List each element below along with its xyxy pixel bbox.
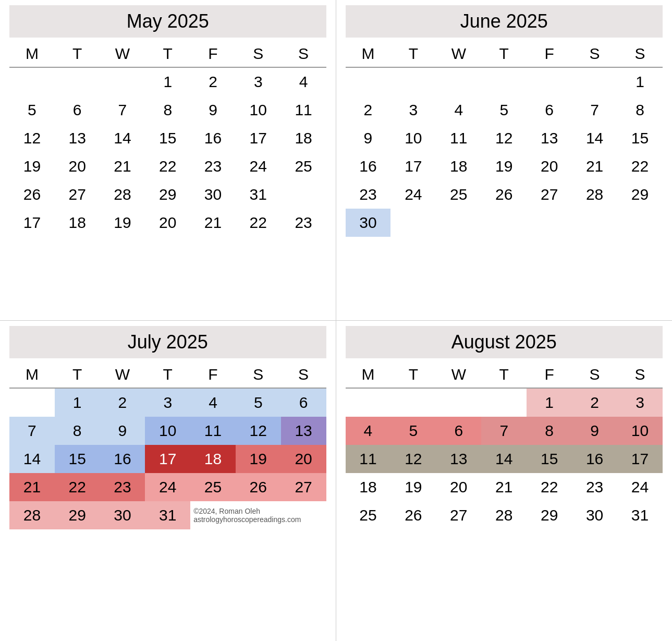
- table-row: 7 8 9 10 11 12 13: [9, 417, 326, 445]
- may-day: 28: [100, 180, 145, 209]
- may-col-t1: T: [55, 41, 100, 67]
- july-col-f: F: [190, 361, 236, 388]
- table-row: 28 29 30 31 ©2024, Roman Olehastrologyho…: [9, 501, 326, 529]
- may-table: M T W T F S S 1 2 3 4 5 6 7: [9, 41, 326, 237]
- aug-day: 15: [527, 445, 572, 473]
- july-day: 13: [281, 417, 326, 445]
- june-header-row: M T W T F S S: [346, 41, 663, 67]
- may-day: 31: [236, 180, 281, 209]
- june-day: 17: [390, 152, 436, 180]
- june-day: 25: [436, 180, 481, 209]
- may-day: [9, 67, 55, 96]
- may-day: 7: [100, 96, 145, 124]
- july-day: 24: [145, 473, 190, 501]
- july-day: 31: [145, 501, 190, 529]
- table-row: 26 27 28 29 30 31: [9, 180, 326, 209]
- july-day: [9, 388, 55, 417]
- june-day: 13: [527, 124, 572, 152]
- july-day-17: 17: [145, 445, 190, 473]
- aug-day: 6: [436, 417, 481, 445]
- table-row: 11 12 13 14 15 16 17: [346, 445, 663, 473]
- aug-day: 11: [346, 445, 391, 473]
- aug-day: 24: [617, 473, 663, 501]
- aug-day: 2: [572, 388, 617, 417]
- aug-day: 9: [572, 417, 617, 445]
- july-col-w: W: [100, 361, 145, 388]
- table-row: 9 10 11 12 13 14 15: [346, 124, 663, 152]
- aug-day: 27: [436, 501, 481, 529]
- july-title: July 2025: [9, 326, 326, 358]
- may-day: 26: [9, 180, 55, 209]
- june-day: 18: [436, 152, 481, 180]
- july-day: 27: [281, 473, 326, 501]
- aug-day: 21: [481, 473, 527, 501]
- aug-day: 5: [390, 417, 436, 445]
- may-day: 30: [190, 180, 236, 209]
- aug-day: 31: [617, 501, 663, 529]
- may-day: 12: [9, 124, 55, 152]
- june-day: 11: [436, 124, 481, 152]
- table-row: 4 5 6 7 8 9 10: [346, 417, 663, 445]
- june-day: 4: [436, 96, 481, 124]
- june-day: 19: [481, 152, 527, 180]
- june-day: 28: [572, 180, 617, 209]
- aug-day: 18: [346, 473, 391, 501]
- june-day: 2: [346, 96, 391, 124]
- june-day: 21: [572, 152, 617, 180]
- may-day: 15: [145, 124, 190, 152]
- august-calendar: August 2025 M T W T F S S 1 2 3: [336, 321, 673, 642]
- may-col-s1: S: [236, 41, 281, 67]
- aug-day: 16: [572, 445, 617, 473]
- june-day: 16: [346, 152, 391, 180]
- table-row: 14 15 16 17 18 19 20: [9, 445, 326, 473]
- table-row: 19 20 21 22 23 24 25: [9, 152, 326, 180]
- july-day: 21: [9, 473, 55, 501]
- august-table: M T W T F S S 1 2 3 4 5: [346, 361, 663, 529]
- july-day: 8: [55, 417, 100, 445]
- july-day: 19: [236, 445, 281, 473]
- table-row: 30: [346, 209, 663, 237]
- june-col-w: W: [436, 41, 481, 67]
- june-col-t2: T: [481, 41, 527, 67]
- july-day: 20: [281, 445, 326, 473]
- july-day: 30: [100, 501, 145, 529]
- may-col-m: M: [9, 41, 55, 67]
- june-day: 9: [346, 124, 391, 152]
- july-day: 3: [145, 388, 190, 417]
- aug-day: 23: [572, 473, 617, 501]
- july-day: 6: [281, 388, 326, 417]
- july-day: 15: [55, 445, 100, 473]
- table-row: 17 18 19 20 21 22 23: [9, 209, 326, 237]
- july-day: 1: [55, 388, 100, 417]
- may-day: 18: [281, 124, 326, 152]
- june-day-30: 30: [346, 209, 391, 237]
- aug-day: 17: [617, 445, 663, 473]
- aug-col-t2: T: [481, 361, 527, 388]
- aug-col-t1: T: [390, 361, 436, 388]
- may-day: 17: [236, 124, 281, 152]
- june-day: 15: [617, 124, 663, 152]
- june-day: 24: [390, 180, 436, 209]
- june-day: 6: [527, 96, 572, 124]
- may-day: 21: [100, 152, 145, 180]
- july-day: 16: [100, 445, 145, 473]
- june-title: June 2025: [346, 5, 663, 38]
- july-calendar: July 2025 M T W T F S S 1 2 3 4 5 6: [0, 321, 336, 642]
- may-day: 23: [190, 152, 236, 180]
- may-day: 11: [281, 96, 326, 124]
- may-day: 27: [55, 180, 100, 209]
- july-day: 10: [145, 417, 190, 445]
- table-row: 16 17 18 19 20 21 22: [346, 152, 663, 180]
- aug-day: 7: [481, 417, 527, 445]
- july-day: 11: [190, 417, 236, 445]
- may-day: 16: [190, 124, 236, 152]
- may-col-t2: T: [145, 41, 190, 67]
- june-day: 23: [346, 180, 391, 209]
- may-day: 3: [236, 67, 281, 96]
- may-day: 10: [236, 96, 281, 124]
- aug-day: 3: [617, 388, 663, 417]
- june-col-s1: S: [572, 41, 617, 67]
- may-day: 2: [190, 67, 236, 96]
- july-col-t2: T: [145, 361, 190, 388]
- june-col-s2: S: [617, 41, 663, 67]
